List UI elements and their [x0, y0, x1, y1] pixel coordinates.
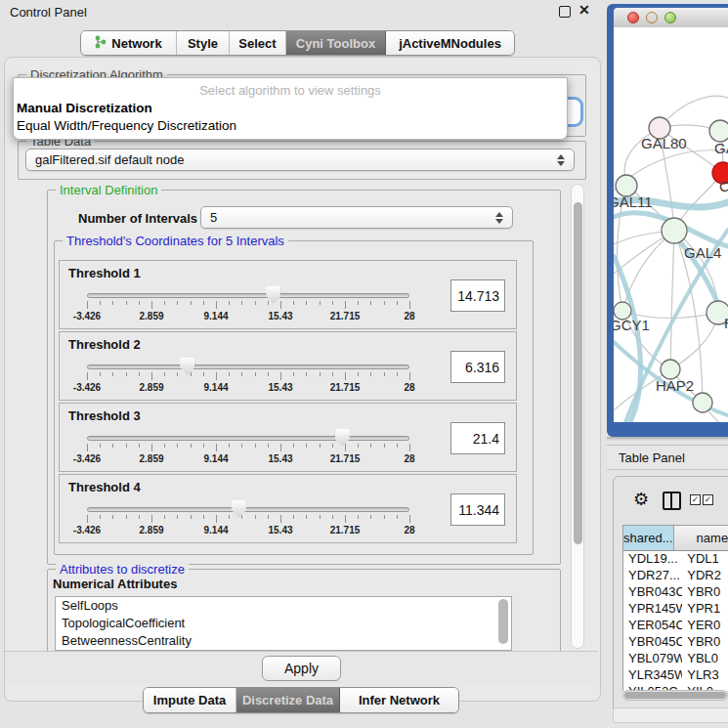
- settings-scrollbar[interactable]: [571, 184, 584, 649]
- tab-discretize-data[interactable]: Discretize Data: [236, 688, 340, 712]
- tick-mark: [100, 515, 101, 519]
- slider-track[interactable]: [87, 293, 409, 298]
- list-scrollbar[interactable]: [498, 599, 508, 644]
- tick-mark: [164, 444, 165, 448]
- minimize-traffic-light[interactable]: [646, 12, 658, 23]
- threshold-value-field[interactable]: 21.4: [450, 422, 505, 454]
- threshold-value-field[interactable]: 6.316: [450, 351, 505, 383]
- table-row[interactable]: YBL079WYBL0: [623, 651, 728, 667]
- dropdown-item[interactable]: Equal Width/Frequency Discretization: [14, 117, 567, 135]
- close-icon[interactable]: ✕: [578, 2, 590, 18]
- threshold-panel: Threshold 2-3.4262.8599.14415.4321.71528…: [59, 331, 517, 401]
- slider[interactable]: -3.4262.8599.14415.4321.71528: [87, 404, 409, 471]
- tab-network[interactable]: Network: [81, 31, 177, 55]
- table-row[interactable]: YDL19...YDL1: [623, 551, 728, 568]
- close-traffic-light[interactable]: [627, 12, 639, 23]
- tick-mark: [370, 444, 371, 448]
- checkbox-icon[interactable]: ✓: [703, 494, 713, 505]
- scrollbar-thumb[interactable]: [624, 692, 726, 699]
- scrollbar-thumb[interactable]: [574, 202, 582, 544]
- network-window-titlebar[interactable]: [614, 8, 728, 28]
- tick-mark: [229, 301, 230, 305]
- tick-mark: [268, 301, 269, 305]
- node-label: H: [724, 315, 728, 331]
- zoom-traffic-light[interactable]: [664, 12, 676, 23]
- cell-name: YBR0: [682, 634, 728, 651]
- checkbox-icon[interactable]: ✓: [690, 494, 701, 505]
- node-green[interactable]: [709, 120, 728, 142]
- tick-label: 15.43: [268, 525, 292, 535]
- table-horizontal-scrollbar[interactable]: [622, 690, 728, 701]
- tick-mark: [100, 444, 101, 448]
- tick-mark: [280, 515, 281, 523]
- node-attribute-table[interactable]: shared...nameYDL19...YDL1YDR27...YDR2YBR…: [622, 525, 728, 691]
- split-columns-icon[interactable]: [663, 492, 681, 510]
- list-item[interactable]: SelfLoops: [56, 597, 511, 615]
- table-row[interactable]: YPR145WYPR1: [623, 601, 728, 618]
- tab-impute-data[interactable]: Impute Data: [144, 688, 236, 712]
- table-row[interactable]: YBR045CYBR0: [623, 634, 728, 651]
- slider-track[interactable]: [87, 507, 409, 512]
- tick-mark: [384, 444, 385, 448]
- dropdown-item[interactable]: Manual Discretization: [14, 100, 567, 117]
- node-label: GAL11: [614, 193, 653, 210]
- num-intervals-combobox[interactable]: 5: [200, 206, 513, 229]
- list-item[interactable]: BetweennessCentrality: [56, 632, 511, 650]
- node-green[interactable]: [662, 218, 687, 243]
- float-window-icon[interactable]: [559, 6, 571, 18]
- slider[interactable]: -3.4262.8599.14415.4321.71528: [87, 261, 409, 328]
- gear-icon[interactable]: ⚙: [633, 489, 649, 510]
- slider[interactable]: -3.4262.8599.14415.4321.71528: [87, 332, 409, 400]
- tick-mark: [203, 372, 204, 376]
- slider-ticks: [87, 301, 409, 310]
- column-header-shared-name[interactable]: shared...: [623, 526, 674, 550]
- table-row[interactable]: YLR345WYLR3: [623, 667, 728, 684]
- table-row[interactable]: YER054CYER0: [623, 618, 728, 634]
- column-header-name[interactable]: name: [674, 526, 728, 550]
- dropdown-hint-item[interactable]: Select algorithm to view settings: [14, 81, 567, 100]
- tick-mark: [320, 444, 321, 448]
- table-row[interactable]: YDR27...YDR2: [623, 568, 728, 584]
- list-item[interactable]: TopologicalCoefficient: [56, 615, 511, 632]
- tick-mark: [177, 301, 178, 305]
- threshold-panel: Threshold 3-3.4262.8599.14415.4321.71528…: [59, 403, 517, 472]
- tick-mark: [358, 444, 359, 448]
- tick-mark: [255, 515, 256, 519]
- tick-mark: [216, 301, 217, 309]
- table-data-combobox[interactable]: galFiltered.sif default node: [25, 149, 575, 171]
- tick-label: 15.43: [268, 382, 292, 393]
- network-canvas[interactable]: GAL80GACGAL11GAL4GCY1HHAP2: [614, 27, 728, 422]
- network-graph[interactable]: GAL80GACGAL11GAL4GCY1HHAP2: [614, 27, 728, 422]
- tick-mark: [293, 372, 294, 376]
- tab-infer-network[interactable]: Infer Network: [340, 688, 458, 712]
- slider-track[interactable]: [87, 436, 409, 441]
- apply-button[interactable]: Apply: [262, 656, 341, 681]
- tick-mark: [139, 444, 140, 448]
- tick-mark: [229, 372, 230, 376]
- tick-mark: [112, 444, 113, 448]
- node-green[interactable]: [693, 393, 712, 412]
- tick-mark: [177, 372, 178, 376]
- tick-label: -3.426: [73, 311, 101, 321]
- tab-select[interactable]: Select: [230, 31, 286, 55]
- numerical-attributes-list[interactable]: SelfLoopsTopologicalCoefficientBetweenne…: [55, 596, 512, 651]
- tab-style[interactable]: Style: [177, 31, 230, 55]
- table-row[interactable]: YBR043CYBR0: [623, 584, 728, 601]
- threshold-value-field[interactable]: 14.713: [450, 279, 505, 312]
- node-green[interactable]: [661, 360, 680, 379]
- group-title: Threshold's Coordinates for 5 Intervals: [63, 234, 288, 248]
- tab-jactivemnodules[interactable]: jActiveMNodules: [386, 31, 514, 55]
- settings-scroll-area: Interval Definition Number of Intervals …: [18, 182, 569, 651]
- edge[interactable]: [670, 231, 674, 369]
- tick-mark: [139, 515, 140, 519]
- slider[interactable]: -3.4262.8599.14415.4321.71528: [87, 475, 409, 542]
- tick-mark: [397, 515, 398, 519]
- tick-mark: [345, 372, 346, 380]
- tick-mark: [229, 444, 230, 448]
- panel-title: Control Panel: [10, 5, 87, 20]
- tab-cyni-toolbox[interactable]: Cyni Toolbox: [286, 31, 386, 55]
- tick-mark: [241, 372, 242, 376]
- slider-track[interactable]: [87, 364, 409, 369]
- tick-mark: [293, 444, 294, 448]
- threshold-value-field[interactable]: 11.344: [450, 493, 505, 526]
